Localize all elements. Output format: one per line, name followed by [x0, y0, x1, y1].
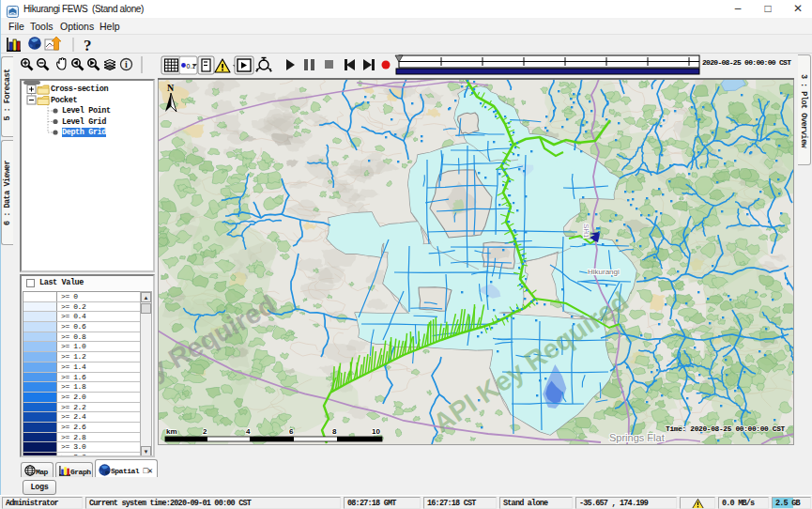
svg-text:Time: 2020-08-25 00:00:00 CST: Time: 2020-08-25 00:00:00 CST: [666, 425, 786, 433]
svg-text:i: i: [125, 59, 128, 69]
svg-text:SH1: SH1: [582, 224, 590, 239]
svg-text:Springs Flat: Springs Flat: [609, 432, 665, 443]
svg-text:2: 2: [203, 427, 207, 436]
svg-text:km: km: [166, 427, 177, 436]
svg-text:10: 10: [372, 427, 380, 436]
svg-text:6: 6: [289, 427, 294, 436]
svg-text:4: 4: [246, 427, 251, 436]
svg-text:8: 8: [332, 427, 337, 436]
svg-text:Hikurangi: Hikurangi: [588, 268, 620, 276]
svg-text:N: N: [167, 83, 175, 93]
